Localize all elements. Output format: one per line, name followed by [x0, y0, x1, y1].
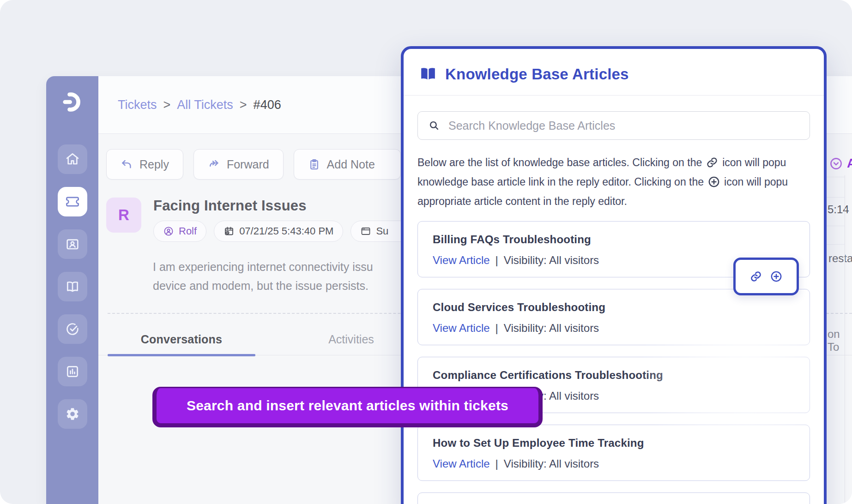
modal-description: Below are the list of knowledge base art…	[417, 153, 815, 211]
article-title: How to Set Up Employee Time Tracking	[433, 437, 795, 450]
timestamp-partial: 5:14	[828, 203, 849, 216]
description-line-2: knowledge base article link in the reply…	[417, 172, 815, 192]
clipboard-icon	[308, 158, 320, 171]
article-visibility: Visibility: All visitors	[504, 322, 599, 335]
breadcrumb-separator: >	[163, 98, 171, 112]
created-date: 07/21/25 5:43:40 PM	[239, 225, 333, 237]
ticket-body: I am experiencing internet connectivity …	[153, 258, 373, 295]
view-article-link[interactable]: View Article	[433, 322, 490, 335]
breadcrumb-tickets[interactable]: Tickets	[118, 98, 157, 112]
contact-card-icon	[65, 237, 80, 252]
sidebar-item-home[interactable]	[58, 144, 87, 174]
view-article-link[interactable]: View Article	[433, 457, 490, 470]
insert-content-icon[interactable]	[770, 270, 783, 283]
home-icon	[65, 152, 80, 167]
panel-row-line	[827, 197, 845, 198]
article-card: How to Set Up Employee Time Tracking Vie…	[417, 425, 810, 481]
person-circle-icon	[163, 226, 174, 237]
app-logo-icon	[58, 88, 87, 116]
kb-search-input[interactable]	[448, 119, 799, 132]
meta-separator: |	[495, 457, 498, 470]
forward-button[interactable]: Forward	[193, 149, 284, 180]
article-card: Cloud Services Troubleshooting View Arti…	[417, 289, 810, 345]
link-icon	[706, 156, 719, 169]
article-title: Billing FAQs Troubleshooting	[433, 233, 795, 246]
tab-conversations[interactable]: Conversations	[108, 323, 255, 355]
chevron-down-circle-icon	[829, 156, 843, 171]
article-visibility: Visibility: All visitors	[504, 254, 599, 267]
subject-partial: Su	[376, 225, 388, 237]
active-tab-underline	[108, 354, 255, 356]
article-title: Compliance Certifications Troubleshootin…	[433, 369, 795, 382]
meta-separator: |	[495, 322, 498, 335]
created-date-chip: 07/21/25 5:43:40 PM	[214, 221, 343, 242]
article-visibility: Visibility: All visitors	[504, 457, 599, 470]
assignee-label-partial: A	[847, 156, 852, 171]
kb-search-box	[417, 111, 810, 140]
tab-conversations-label: Conversations	[141, 333, 222, 346]
requester-chip[interactable]: Rolf	[153, 221, 206, 242]
assignee-dropdown-partial[interactable]: A	[829, 156, 852, 171]
reply-arrow-icon	[121, 158, 133, 171]
window-icon	[360, 226, 371, 237]
ticket-title: Facing Internet Issues	[153, 198, 411, 214]
ticket-header: R Facing Internet Issues Rolf	[106, 198, 411, 242]
sidebar	[46, 76, 98, 504]
sidebar-item-approvals[interactable]	[58, 314, 87, 344]
check-circle-icon	[65, 322, 80, 336]
panel-row-line	[827, 177, 845, 177]
article-card-partial	[417, 492, 810, 504]
sidebar-nav	[58, 144, 87, 429]
plus-circle-icon	[707, 175, 720, 188]
ticket-body-line: I am experiencing internet connectivity …	[153, 258, 373, 276]
reply-button[interactable]: Reply	[106, 149, 183, 180]
ticket-icon	[65, 194, 80, 209]
insert-link-icon[interactable]	[749, 270, 762, 283]
modal-divider	[404, 95, 824, 96]
sidebar-item-settings[interactable]	[58, 399, 87, 429]
modal-header: Knowledge Base Articles	[404, 49, 824, 95]
sidebar-item-tickets[interactable]	[58, 187, 87, 216]
ticket-body-line: device and modem, but the issue persists…	[153, 276, 373, 295]
book-icon	[65, 279, 80, 294]
reply-label: Reply	[139, 158, 169, 171]
open-book-icon	[419, 66, 437, 82]
text-partial: resta	[828, 252, 852, 265]
calendar-clock-icon	[224, 226, 235, 237]
tab-activities-label: Activities	[328, 333, 374, 346]
feature-banner: Search and insert relevant articles with…	[152, 387, 543, 427]
panel-row-line	[827, 226, 845, 226]
search-icon	[428, 120, 440, 132]
breadcrumb-ticket-id: #406	[254, 98, 281, 112]
meta-separator: |	[495, 254, 498, 267]
add-note-button[interactable]: Add Note	[294, 149, 401, 180]
sidebar-item-contacts[interactable]	[58, 229, 87, 259]
article-title: Cloud Services Troubleshooting	[433, 301, 795, 314]
description-line-3: appropriate article content in the reply…	[417, 192, 815, 211]
article-actions-callout	[733, 258, 799, 295]
forward-label: Forward	[227, 158, 269, 171]
knowledge-base-modal: Knowledge Base Articles Below are the li…	[401, 46, 827, 504]
text-partial: on To	[828, 328, 852, 354]
sidebar-item-reports[interactable]	[58, 357, 87, 386]
bar-chart-icon	[65, 364, 80, 379]
screen: Tickets > All Tickets > #406 Reply F	[0, 0, 852, 504]
forward-arrow-icon	[208, 158, 220, 171]
add-note-label: Add Note	[327, 158, 375, 171]
view-article-link[interactable]: View Article	[433, 254, 490, 267]
panel-edge-line	[845, 175, 845, 504]
gear-icon	[65, 407, 80, 421]
breadcrumb-separator: >	[240, 98, 247, 112]
description-line-1: Below are the list of knowledge base art…	[417, 153, 815, 172]
panel-row-line	[827, 244, 845, 245]
sidebar-item-knowledge-base[interactable]	[58, 272, 87, 301]
modal-title: Knowledge Base Articles	[445, 66, 629, 83]
breadcrumb-all-tickets[interactable]: All Tickets	[177, 98, 233, 112]
tab-activities[interactable]: Activities	[295, 323, 408, 355]
feature-banner-label: Search and insert relevant articles with…	[187, 398, 508, 414]
ticket-toolbar: Reply Forward Add Note	[106, 149, 401, 180]
avatar: R	[106, 198, 141, 233]
requester-name: Rolf	[179, 225, 197, 237]
